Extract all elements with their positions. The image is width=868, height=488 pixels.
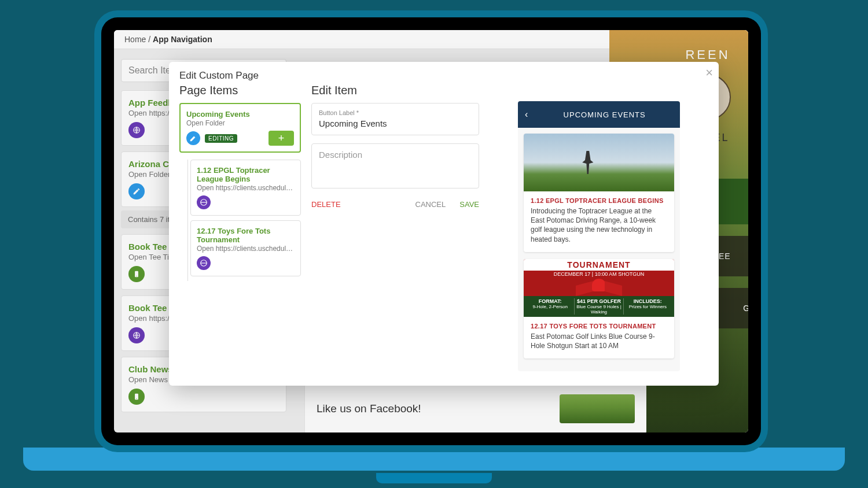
cancel-button[interactable]: CANCEL [415,200,446,209]
nested-items: 1.12 EPGL Toptracer League Begins Open h… [187,160,301,281]
close-icon[interactable]: × [705,65,713,80]
event-image-tournament: TOURNAMENT DECEMBER 17 | 10:00 AM SHOTGU… [524,259,674,317]
phone-preview-column: ‹ UPCOMING EVENTS 1.12 EPGL TOPTRACER LE… [490,84,708,375]
save-button[interactable]: SAVE [459,200,479,209]
phone-preview: ‹ UPCOMING EVENTS 1.12 EPGL TOPTRACER LE… [518,101,680,371]
event-card-2[interactable]: TOURNAMENT DECEMBER 17 | 10:00 AM SHOTGU… [524,259,674,358]
back-icon[interactable]: ‹ [525,109,528,120]
button-label-input[interactable] [319,119,472,128]
globe-icon [197,195,211,209]
button-label-field[interactable]: Button Label * [311,103,479,135]
page-item-upcoming-events[interactable]: Upcoming Events Open Folder EDITING + [179,103,301,153]
edit-custom-page-modal: × Edit Custom Page Page Items Upcoming E… [169,62,719,386]
page-items-column: Page Items Upcoming Events Open Folder E… [179,84,301,375]
laptop-frame: Home / App Navigation Content Items Sear… [101,17,761,445]
phone-header: ‹ UPCOMING EVENTS [518,101,680,128]
modal-title: Edit Custom Page [169,62,719,84]
laptop-base [23,448,845,471]
event-image-golfer [524,134,674,191]
page-item-nested-2[interactable]: 12.17 Toys Fore Tots Tournament Open htt… [190,220,301,276]
globe-icon [197,256,211,270]
edit-item-column: Edit Item Button Label * Description DEL… [311,84,479,375]
page-item-nested-1[interactable]: 1.12 EPGL Toptracer League Begins Open h… [190,160,301,216]
pencil-icon [186,131,200,145]
description-field[interactable]: Description [311,143,479,188]
screen: Home / App Navigation Content Items Sear… [114,30,748,432]
event-card-1[interactable]: 1.12 EPGL TOPTRACER LEAGUE BEGINS Introd… [524,134,674,252]
laptop-notch [376,473,492,483]
delete-button[interactable]: DELETE [311,200,341,209]
editing-badge: EDITING [205,134,237,143]
add-item-button[interactable]: + [269,131,294,146]
